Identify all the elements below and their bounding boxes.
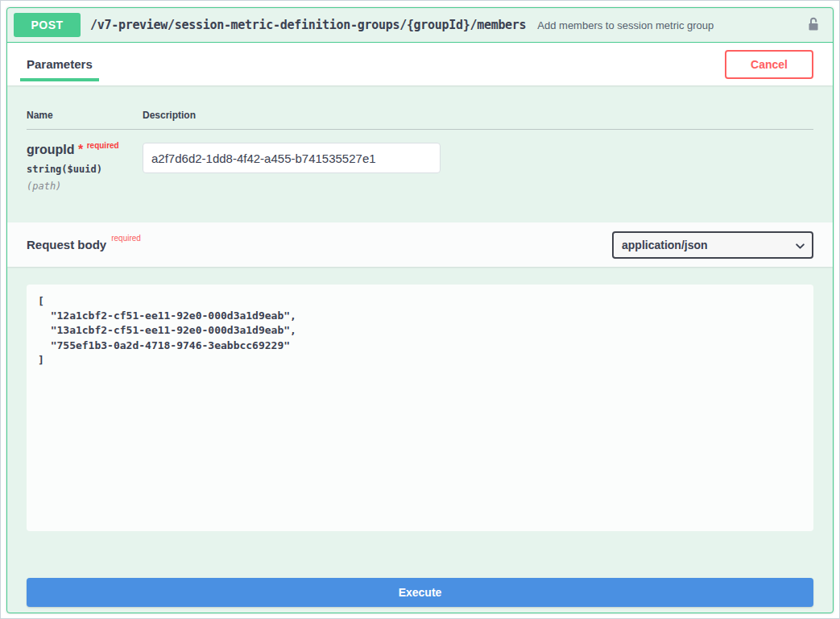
column-header-name: Name: [27, 110, 143, 121]
required-label: required: [87, 141, 119, 150]
request-body-required-label: required: [111, 234, 141, 243]
parameter-value-cell: [143, 143, 813, 192]
request-body-textarea[interactable]: [ "12a1cbf2-cf51-ee11-92e0-000d3a1d9eab"…: [27, 285, 813, 531]
unlock-icon: [805, 16, 821, 35]
method-badge: POST: [14, 13, 81, 37]
section-tab-bar: Parameters Cancel: [7, 43, 833, 85]
content-type-select[interactable]: application/json: [612, 231, 813, 259]
parameter-meta: groupId * required string($uuid) (path): [27, 143, 143, 192]
column-header-description: Description: [143, 110, 813, 121]
request-body-header: Request body required application/json: [7, 222, 833, 267]
page: POST /v7-preview/session-metric-definiti…: [0, 0, 840, 619]
parameter-type: string($uuid): [27, 164, 143, 175]
request-body-editor-section: [ "12a1cbf2-cf51-ee11-92e0-000d3a1d9eab"…: [7, 267, 833, 534]
endpoint-summary: Add members to session metric group: [537, 19, 802, 31]
operation-block: POST /v7-preview/session-metric-definiti…: [6, 7, 834, 613]
execute-wrap: Execute: [7, 578, 833, 607]
parameter-row: groupId * required string($uuid) (path): [27, 130, 813, 192]
execute-button[interactable]: Execute: [27, 578, 813, 607]
required-asterisk: *: [78, 143, 83, 156]
auth-lock-button[interactable]: [802, 15, 825, 36]
endpoint-path: /v7-preview/session-metric-definition-gr…: [90, 18, 526, 32]
parameters-table-header: Name Description: [27, 110, 813, 130]
tab-parameters[interactable]: Parameters: [27, 57, 93, 71]
parameters-section: Name Description groupId * required stri…: [7, 85, 833, 222]
parameter-name: groupId * required: [27, 143, 143, 157]
endpoint-header[interactable]: POST /v7-preview/session-metric-definiti…: [7, 8, 833, 43]
groupid-value-input[interactable]: [143, 143, 441, 173]
content-type-select-wrap: application/json: [612, 231, 813, 259]
cancel-button[interactable]: Cancel: [725, 50, 813, 79]
parameter-location: (path): [27, 181, 143, 192]
request-body-label: Request body: [27, 238, 106, 251]
